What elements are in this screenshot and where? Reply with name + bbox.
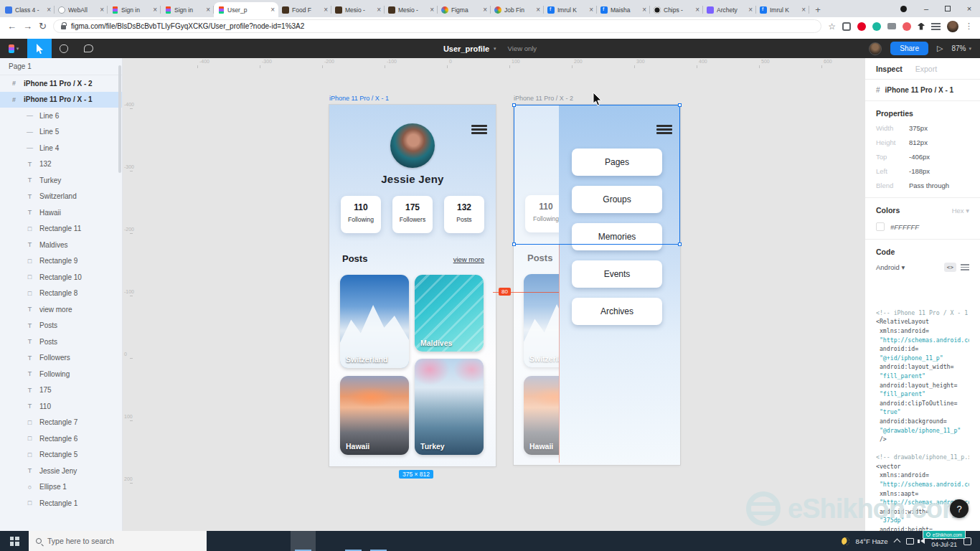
file-title-chevron-icon[interactable]: ▾ [494,46,496,52]
layers-scrollbar[interactable] [118,65,121,173]
new-tab-button[interactable]: + [809,4,826,17]
browser-profile-avatar[interactable] [947,21,958,32]
layer-row[interactable]: Maldives [0,237,122,253]
stat-card[interactable]: 132 Posts [444,196,484,233]
address-bar[interactable]: figma.com/file/BlsDsBcBvbTLIyFGyqXCKG/Us… [53,19,821,33]
profile-avatar-photo[interactable] [390,123,435,168]
layer-row[interactable]: Rectangle 7 [0,415,122,431]
user-avatar[interactable] [869,42,882,55]
reading-list-icon[interactable] [931,23,941,30]
tab-close-icon[interactable]: × [270,6,275,14]
layer-row[interactable]: Rectangle 1 [0,495,122,512]
reload-icon[interactable]: ↻ [39,22,47,31]
layer-row[interactable]: Jessie Jeny [0,463,122,479]
figma-main-menu-button[interactable]: ▾ [0,39,27,58]
post-card-hawaii[interactable]: Hawaii [340,376,409,455]
browser-tab[interactable]: Class 4 - × [1,2,55,17]
taskbar-search[interactable]: Type here to search [29,531,207,551]
file-title[interactable]: User_profile [443,44,489,53]
layer-row[interactable]: Hawaii [0,204,122,221]
layer-row[interactable]: Rectangle 8 [0,286,122,302]
code-language-dropdown[interactable]: Android ▾ [876,263,905,271]
browser-tab[interactable]: Maisha × [597,2,650,17]
color-swatch[interactable] [876,222,885,231]
share-button[interactable]: Share [890,42,928,55]
browser-tab[interactable]: WebAll × [55,2,108,17]
tab-export[interactable]: Export [915,65,937,73]
layer-row[interactable]: Posts [0,334,122,350]
bookmark-star-icon[interactable]: ☆ [828,22,836,32]
layer-row[interactable]: Ellipse 1 [0,479,122,496]
post-card-turkey[interactable]: Turkey [415,359,484,455]
zoom-level-dropdown[interactable]: 87% ▾ [951,44,971,52]
tab-close-icon[interactable]: × [536,6,540,14]
tab-close-icon[interactable]: × [153,6,157,14]
post-card-maldives[interactable]: Maldives [415,275,484,352]
frame-iphone-1[interactable]: Jessie Jeny 110 Following 175 Followers … [329,105,496,466]
tab-close-icon[interactable]: × [206,6,210,14]
taskbar-app-icon[interactable] [215,531,240,551]
layer-row[interactable]: 132 [0,156,122,173]
layer-row[interactable]: iPhone 11 Pro / X - 2 [0,75,122,92]
taskbar-app-icon[interactable] [291,531,316,551]
back-icon[interactable]: ← [7,22,17,31]
post-card-switzerland[interactable]: Switzerland [340,275,409,368]
tab-close-icon[interactable]: × [642,6,646,14]
minimize-button[interactable]: – [915,0,937,17]
extension-icon[interactable] [903,22,911,31]
taskbar-app-icon[interactable] [265,531,291,551]
layer-row[interactable]: view more [0,301,122,318]
browser-tab[interactable]: Imrul K × [756,2,809,17]
camera-extension-icon[interactable] [887,23,896,29]
layer-row[interactable]: Rectangle 9 [0,253,122,270]
drawer-menu-button[interactable]: Archives [572,298,662,325]
close-window-button[interactable]: × [958,0,980,17]
hand-tool-button[interactable] [52,39,76,58]
code-lines-icon[interactable] [961,264,969,270]
weather-moon-icon[interactable] [840,536,850,546]
layer-row[interactable]: 110 [0,398,122,415]
taskbar-app-icon[interactable] [240,531,265,551]
display-tray-icon[interactable] [906,538,914,545]
layer-row[interactable]: Turkey [0,172,122,189]
drawer-menu-button[interactable]: Events [572,260,662,288]
tab-close-icon[interactable]: × [748,6,753,14]
taskbar-app-icon[interactable] [316,531,341,551]
layer-row[interactable]: Switzerland [0,189,122,205]
extensions-pin-icon[interactable] [918,23,925,30]
layer-row[interactable]: iPhone 11 Pro / X - 1 [0,92,122,108]
browser-tab[interactable]: Job Fin × [491,2,544,17]
tab-inspect[interactable]: Inspect [876,65,903,73]
layer-row[interactable]: Rectangle 6 [0,430,122,447]
layer-row[interactable]: Following [0,366,122,382]
browser-tab[interactable]: Sign in × [108,2,161,17]
tab-close-icon[interactable]: × [324,6,328,14]
tab-close-icon[interactable]: × [100,6,104,14]
extension-icon[interactable] [872,22,881,31]
browser-tab[interactable]: Imrul K × [544,2,597,17]
tab-close-icon[interactable]: × [695,6,699,14]
layer-row[interactable]: Line 4 [0,140,122,156]
layer-row[interactable]: Rectangle 11 [0,221,122,237]
browser-menu-icon[interactable]: ⋮ [965,22,973,31]
forward-icon[interactable]: → [23,22,32,31]
comment-tool-button[interactable] [76,39,100,58]
hamburger-menu-icon[interactable] [471,125,487,134]
frame1-title[interactable]: iPhone 11 Pro / X - 1 [329,95,389,102]
browser-tab[interactable]: Mesio - × [331,2,385,17]
layer-row[interactable]: Rectangle 10 [0,269,122,286]
tab-close-icon[interactable]: × [483,6,487,14]
move-tool-button[interactable] [27,39,52,58]
tab-close-icon[interactable]: × [430,6,434,14]
stat-card[interactable]: 110 Following [341,196,381,233]
pinterest-extension-icon[interactable] [857,22,866,31]
frame2-title[interactable]: iPhone 11 Pro / X - 2 [514,95,573,102]
tab-close-icon[interactable]: × [801,6,806,14]
tray-expand-icon[interactable] [893,539,900,546]
layer-row[interactable]: Line 6 [0,108,122,124]
layer-row[interactable]: 175 [0,382,122,399]
browser-tab[interactable]: Archety × [703,2,756,17]
layer-row[interactable]: Posts [0,318,122,334]
weather-text[interactable]: 84°F Haze [856,537,888,545]
restore-button[interactable] [937,0,958,17]
